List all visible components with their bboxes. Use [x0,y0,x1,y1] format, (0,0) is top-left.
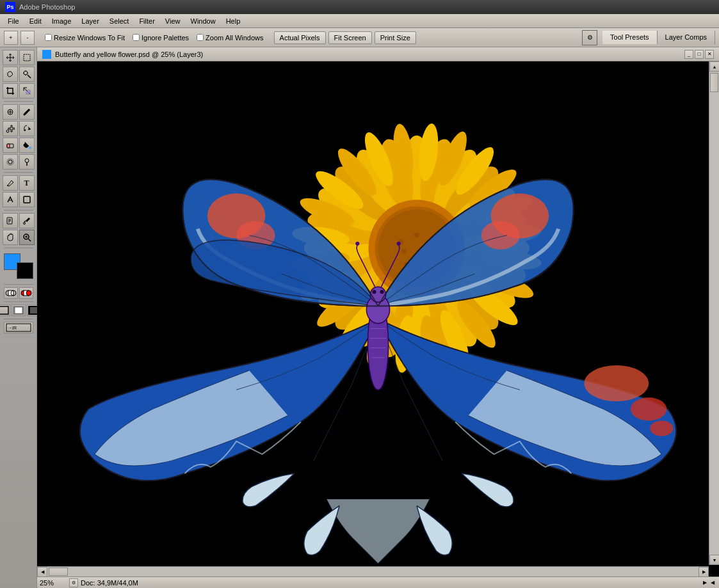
actual-pixels-button[interactable]: Actual Pixels [274,31,326,44]
menu-edit[interactable]: Edit [24,14,47,28]
zoom-in-btn[interactable]: + [4,31,18,45]
svg-point-118 [370,287,385,302]
svg-point-37 [26,290,31,296]
svg-point-108 [585,365,649,401]
scroll-track-v[interactable] [709,72,719,555]
marquee-tool[interactable] [19,50,35,65]
zoom-all-checkbox[interactable] [197,34,204,41]
text-tool[interactable]: T [19,175,35,191]
svg-point-120 [380,290,384,294]
status-arrow-left[interactable]: ◀ [709,579,716,587]
magic-wand-tool[interactable] [19,67,35,82]
document-canvas: ▲ ▼ ◀ ▶ [37,61,719,576]
horizontal-scrollbar[interactable]: ◀ ▶ [37,566,709,576]
restore-button[interactable]: □ [695,50,704,59]
svg-point-19 [7,185,8,186]
options-bar: + - Resize Windows To Fit Ignore Palette… [0,28,719,47]
menu-layer[interactable]: Layer [76,14,104,28]
tool-preset-picker[interactable]: ⚙ [582,30,597,45]
svg-line-26 [24,221,26,222]
fit-screen-button[interactable]: Fit Screen [328,31,372,44]
menu-select[interactable]: Select [104,14,134,28]
lasso-tool[interactable] [3,67,18,82]
dodge-tool[interactable] [19,154,35,170]
color-swatch[interactable] [4,253,33,279]
document-window: Butterfly and yellow flower.psd @ 25% (L… [37,47,719,588]
ignore-palettes-option[interactable]: Ignore Palettes [133,34,189,42]
svg-point-2 [24,71,28,75]
svg-point-107 [481,221,520,250]
status-arrow-right[interactable]: ▶ [701,579,709,587]
scroll-left-button[interactable]: ◀ [37,567,47,576]
zoom-out-btn[interactable]: - [20,31,35,45]
tab-tool-presets[interactable]: Tool Presets [602,31,658,44]
svg-rect-21 [24,196,30,203]
notes-tool[interactable] [3,213,18,228]
status-info-button[interactable]: ⚙ [69,578,78,587]
document-title: Butterfly and yellow flower.psd @ 25% (L… [55,51,683,58]
eyedropper-tool[interactable] [19,213,35,228]
scroll-track-h[interactable] [47,567,699,576]
tab-layer-comps[interactable]: Layer Comps [658,31,715,44]
ignore-palettes-checkbox[interactable] [133,34,140,41]
resize-windows-checkbox[interactable] [45,34,52,41]
crop-tool[interactable] [3,83,18,99]
clone-stamp-tool[interactable] [3,121,18,136]
jump-to-imageready[interactable]: →IR [4,322,33,333]
path-selection-tool[interactable] [3,192,18,207]
artwork-canvas [37,61,719,576]
zoom-tool[interactable] [19,230,35,245]
screen-mode-standard[interactable] [0,305,10,316]
svg-rect-7 [26,90,30,94]
svg-rect-38 [0,306,8,314]
paint-bucket-tool[interactable] [19,138,35,153]
healing-brush-tool[interactable] [3,104,18,120]
slice-tool[interactable] [19,83,35,99]
menu-window[interactable]: Window [186,14,221,28]
scroll-thumb-v[interactable] [710,73,718,92]
minimize-button[interactable]: _ [684,50,693,59]
menu-file[interactable]: File [3,14,24,28]
brush-tool[interactable] [19,104,35,120]
blur-tool[interactable] [3,154,18,170]
close-button[interactable]: ✕ [705,50,714,59]
zoom-all-option[interactable]: Zoom All Windows [197,34,263,42]
quick-mask-standard[interactable] [4,287,18,299]
scroll-up-button[interactable]: ▲ [709,61,719,72]
menu-filter[interactable]: Filter [134,14,159,28]
vertical-scrollbar[interactable]: ▲ ▼ [709,61,719,565]
print-size-button[interactable]: Print Size [375,31,416,44]
app-title: Adobe Photoshop [19,3,75,11]
eraser-tool[interactable] [3,138,18,153]
quick-mask-mode[interactable] [19,287,33,299]
scroll-thumb-h[interactable] [49,568,68,576]
background-color[interactable] [17,262,33,279]
scroll-right-button[interactable]: ▶ [699,567,709,576]
history-brush-tool[interactable] [19,121,35,136]
svg-point-16 [8,160,12,164]
resize-windows-option[interactable]: Resize Windows To Fit [45,34,125,42]
menu-help[interactable]: Help [221,14,246,28]
move-tool[interactable] [3,50,18,65]
svg-rect-0 [24,54,30,61]
app-titlebar: Ps Adobe Photoshop [0,0,719,14]
menubar: File Edit Image Layer Select Filter View… [0,14,719,28]
main-area: T [0,47,719,588]
zoom-display: 25% [40,579,65,587]
svg-rect-40 [15,307,22,314]
svg-point-122 [397,242,401,246]
screen-mode-full[interactable] [12,305,26,316]
svg-point-11 [6,130,9,132]
svg-point-14 [29,147,31,149]
shape-tool[interactable] [19,192,35,207]
svg-rect-13 [7,144,10,148]
scroll-down-button[interactable]: ▼ [709,555,719,565]
pen-tool[interactable] [3,175,18,191]
svg-point-119 [372,290,376,294]
menu-view[interactable]: View [160,14,186,28]
svg-point-27 [23,223,25,225]
hand-tool[interactable] [3,230,18,245]
menu-image[interactable]: Image [47,14,77,28]
svg-point-99 [414,233,419,238]
panel-tabs: Tool Presets Layer Comps [602,31,715,44]
